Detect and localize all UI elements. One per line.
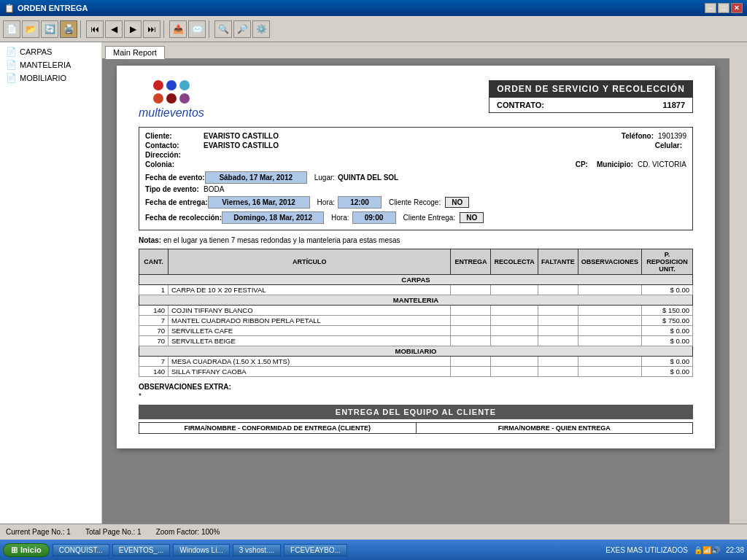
minimize-button[interactable]: ─ (705, 3, 716, 13)
report-container: Main Report multiev (102, 42, 729, 524)
tipo-evento-value: BODA (204, 185, 224, 193)
th-articulo: ARTÍCULO (169, 249, 451, 275)
th-recolecta: RECOLECTA (491, 249, 538, 275)
next-button[interactable]: ▶ (124, 20, 142, 38)
system-tray: 🔒📶🔊 (694, 546, 720, 554)
separator2 (163, 20, 166, 38)
category-row: CARPAS (139, 275, 693, 285)
entrega-box: ENTREGA DEL EQUIPO AL CLIENTE (139, 405, 693, 419)
new-button[interactable]: 📄 (3, 20, 20, 38)
report-header: multieventos ORDEN DE SERVICIO Y RECOLEC… (139, 80, 693, 120)
celular-group: Celular: (655, 141, 686, 149)
fecha-evento-label: Fecha de evento: (145, 174, 205, 182)
close-button[interactable]: ✕ (731, 3, 743, 13)
clock: 22:38 (726, 546, 744, 554)
cliente-label: Cliente: (145, 132, 204, 140)
category-row: MANTELERIA (139, 295, 693, 306)
open-button[interactable]: 📂 (22, 20, 39, 38)
hora-entrega-label: Hora: (317, 198, 335, 206)
celular-label: Celular: (655, 141, 682, 149)
email-button[interactable]: ✉️ (188, 20, 206, 38)
dot2 (166, 80, 177, 90)
dot4 (153, 93, 163, 104)
th-observaciones: OBSERVACIONES (578, 249, 641, 275)
sidebar-label-manteleria: MANTELERIA (20, 61, 71, 69)
municipio-label: Municipio: (597, 160, 633, 168)
sidebar-label-carpas: CARPAS (20, 47, 52, 56)
main-area: 📄 CARPAS 📄 MANTELERIA 📄 MOBILIARIO Main … (0, 42, 747, 524)
firma-cliente: FIRMA/NOMBRE - CONFORMIDAD DE ENTREGA (C… (139, 423, 417, 433)
sidebar-item-carpas[interactable]: 📄 CARPAS (3, 45, 98, 58)
cliente-row: Cliente: EVARISTO CASTILLO Teléfono: 190… (145, 132, 686, 140)
app-title: ORDEN ENTREGA (18, 4, 88, 12)
obs-extra-label: OBSERVACIONES EXTRA: (139, 383, 693, 391)
zoom-factor: Zoom Factor: 100% (156, 528, 220, 536)
order-title: ORDEN DE SERVICIO Y RECOLECCIÓN (489, 81, 692, 97)
obs-star: * (139, 392, 693, 400)
th-faltante: FALTANTE (538, 249, 578, 275)
fecha-entrega-value: Viernes, 16 Mar, 2012 (208, 196, 310, 209)
lugar-label: Lugar: (314, 174, 335, 182)
cliente-value: EVARISTO CASTILLO (204, 132, 622, 140)
dot3 (179, 80, 190, 90)
zoom-button[interactable]: 🔎 (233, 20, 251, 38)
contacto-value: EVARISTO CASTILLO (204, 141, 655, 149)
table-row: 1CARPA DE 10 X 20 FESTIVAL$ 0.00 (139, 285, 693, 295)
separator1 (80, 20, 83, 38)
logo-dots (153, 80, 190, 104)
items-table: CANT. ARTÍCULO ENTREGA RECOLECTA FALTANT… (139, 249, 693, 377)
exes-label: EXES MAS UTILIZADOS (605, 546, 688, 554)
taskbar-item-3[interactable]: 3 vshost.... (233, 544, 281, 556)
next-last-button[interactable]: ⏭ (143, 20, 160, 38)
sidebar: 📄 CARPAS 📄 MANTELERIA 📄 MOBILIARIO (0, 42, 102, 524)
telefono-label: Teléfono: (622, 132, 654, 140)
taskbar-item-1[interactable]: EVENTOS_... (112, 544, 171, 556)
dot1 (153, 80, 163, 90)
settings-button[interactable]: ⚙️ (252, 20, 270, 38)
export-button[interactable]: 📤 (169, 20, 187, 38)
telefono-group: Teléfono: 1901399 (622, 132, 686, 140)
report-scroll[interactable]: multieventos ORDEN DE SERVICIO Y RECOLEC… (102, 58, 729, 524)
contrato-row: CONTRATO: 11877 (489, 97, 692, 112)
taskbar-item-2[interactable]: Windows Li... (173, 544, 229, 556)
status-bar: Current Page No.: 1 Total Page No.: 1 Zo… (0, 524, 747, 540)
colonia-row: Colonia: CP: Municipio: CD. VICTORIA (145, 160, 686, 168)
th-cant: CANT. (139, 249, 169, 275)
hora-recoleccion-value: 09:00 (352, 211, 396, 224)
fecha-recoleccion-value: Domingo, 18 Mar, 2012 (222, 211, 324, 224)
windows-icon: ⊞ (11, 545, 18, 555)
telefono-value: 1901399 (658, 132, 686, 140)
taskbar-right: EXES MAS UTILIZADOS 🔒📶🔊 22:38 (605, 546, 744, 554)
notes-label: Notas: (139, 236, 161, 244)
fecha-entrega-row: Fecha de entrega: Viernes, 16 Mar, 2012 … (145, 196, 686, 209)
refresh-button[interactable]: 🔄 (41, 20, 58, 38)
app-icon: 📋 (4, 4, 15, 13)
table-row: 140SILLA TIFFANY CAOBA$ 0.00 (139, 367, 693, 377)
table-header-row: CANT. ARTÍCULO ENTREGA RECOLECTA FALTANT… (139, 249, 693, 275)
prev-first-button[interactable]: ⏮ (86, 20, 104, 38)
print-button[interactable]: 🖨️ (60, 20, 77, 38)
cp-label: CP: (576, 160, 588, 168)
table-row: 140COJIN TIFFANY BLANCO$ 150.00 (139, 306, 693, 316)
start-button[interactable]: ⊞ Inicio (3, 543, 50, 557)
table-row: 7MESA CUADRADA (1.50 X 1.50 MTS)$ 0.00 (139, 357, 693, 367)
firma-entrega: FIRMA/NOMBRE - QUIEN ENTREGA (417, 423, 693, 433)
taskbar-item-4[interactable]: FCEVEAYBO... (284, 544, 347, 556)
fecha-entrega-label: Fecha de entrega: (145, 198, 208, 206)
sidebar-item-manteleria[interactable]: 📄 MANTELERIA (3, 58, 98, 71)
table-row: 7MANTEL CUADRADO RIBBON PERLA PETALL$ 75… (139, 316, 693, 326)
search-button[interactable]: 🔍 (214, 20, 232, 38)
cliente-recoge-value: NO (445, 197, 469, 208)
maximize-button[interactable]: □ (718, 3, 729, 13)
taskbar-item-0[interactable]: CONQUIST... (53, 544, 109, 556)
th-entrega: ENTREGA (451, 249, 491, 275)
document-icon-carpas: 📄 (6, 47, 17, 57)
sidebar-item-mobiliario[interactable]: 📄 MOBILIARIO (3, 71, 98, 85)
firma-row: FIRMA/NOMBRE - CONFORMIDAD DE ENTREGA (C… (139, 422, 693, 434)
tab-main-report[interactable]: Main Report (105, 46, 165, 59)
current-page: Current Page No.: 1 (6, 528, 71, 536)
cliente-recoge-label: Cliente Recoge: (389, 198, 441, 206)
toolbar: 📄 📂 🔄 🖨️ ⏮ ◀ ▶ ⏭ 📤 ✉️ 🔍 🔎 ⚙️ (0, 16, 747, 42)
contrato-value: 11877 (662, 101, 685, 109)
prev-button[interactable]: ◀ (105, 20, 123, 38)
